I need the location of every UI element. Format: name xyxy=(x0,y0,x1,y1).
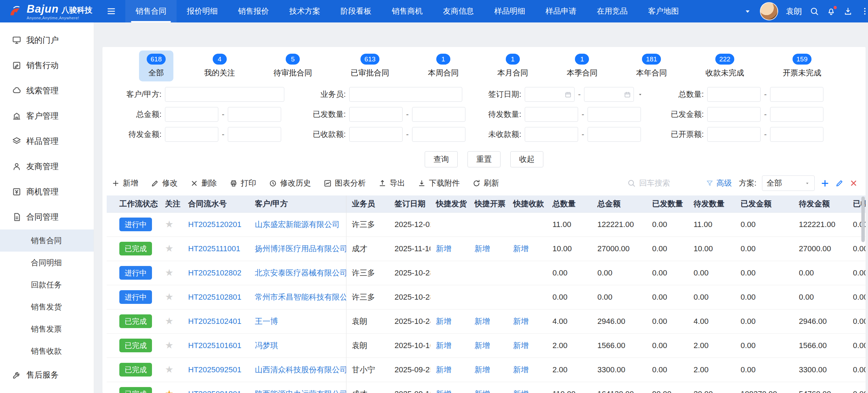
top-tab-销售合同[interactable]: 销售合同 xyxy=(125,0,177,22)
toolbar-button-打印[interactable]: 打印 xyxy=(230,178,256,188)
quick-add-link[interactable]: 新增 xyxy=(513,341,529,350)
user-name[interactable]: 袁朗 xyxy=(786,6,802,17)
close-plan-button[interactable] xyxy=(849,179,858,187)
table-row[interactable]: 已完成★HT2025091801陕西能源电力运营有限公司成才2025-09-18… xyxy=(107,382,866,393)
sidebar-item-样品管理[interactable]: 样品管理 xyxy=(0,128,94,154)
stat-本季合同[interactable]: 1本季合同 xyxy=(559,51,605,81)
toolbar-button-新增[interactable]: 新增 xyxy=(112,178,138,188)
customer-link[interactable]: 冯梦琪 xyxy=(255,341,278,350)
filter-input[interactable] xyxy=(228,127,281,142)
top-tab-销售商机[interactable]: 销售商机 xyxy=(382,0,433,22)
filter-input[interactable] xyxy=(412,127,465,142)
advanced-filter-button[interactable]: 高级 xyxy=(706,178,732,188)
table-row[interactable]: 进行中★HT2025102802北京安泰医疗器械有限公司许三多2025-10-2… xyxy=(107,261,866,285)
filter-input[interactable] xyxy=(349,107,403,122)
quick-add-link[interactable]: 新增 xyxy=(436,365,451,374)
stat-收款未完成[interactable]: 222收款未完成 xyxy=(698,51,752,81)
toolbar-button-刷新[interactable]: 刷新 xyxy=(472,178,499,188)
filter-input[interactable] xyxy=(770,127,823,142)
table-row[interactable]: 已完成★HT2025092501山西清众科技股份有限公司甘小宁2025-09-2… xyxy=(107,358,866,382)
stat-已审批合同[interactable]: 613已审批合同 xyxy=(343,51,397,81)
sidebar-subitem-回款任务[interactable]: 回款任务 xyxy=(0,274,94,296)
filter-input[interactable] xyxy=(525,107,578,122)
toolbar-button-导出[interactable]: 导出 xyxy=(378,178,405,188)
stat-待审批合同[interactable]: 5待审批合同 xyxy=(266,51,320,81)
filter-button-查询[interactable]: 查询 xyxy=(425,151,458,167)
table-row[interactable]: 进行中★HT2025120201山东盛宏新能源有限公司许三多2025-12-02… xyxy=(107,212,866,237)
filter-input[interactable] xyxy=(165,87,284,102)
quick-add-link[interactable]: 新增 xyxy=(475,365,490,374)
quick-add-link[interactable]: 新增 xyxy=(513,317,529,326)
toolbar-button-修改历史[interactable]: 修改历史 xyxy=(269,178,311,188)
bell-icon[interactable] xyxy=(827,7,836,16)
nav-overflow-caret-icon[interactable] xyxy=(743,7,752,16)
quick-add-link[interactable]: 新增 xyxy=(475,389,490,393)
filter-input[interactable] xyxy=(707,127,761,142)
sidebar-subitem-销售收款[interactable]: 销售收款 xyxy=(0,340,94,362)
top-tab-友商信息[interactable]: 友商信息 xyxy=(433,0,484,22)
star-icon[interactable]: ★ xyxy=(165,340,173,351)
customer-link[interactable]: 山东盛宏新能源有限公司 xyxy=(255,220,340,229)
quick-add-link[interactable]: 新增 xyxy=(475,341,490,350)
avatar[interactable] xyxy=(760,2,778,20)
quick-add-link[interactable]: 新增 xyxy=(436,341,451,350)
table-row[interactable]: 已完成★HT2025111001扬州博洋医疗用品有限公司成才2025-11-10… xyxy=(107,237,866,261)
star-icon[interactable]: ★ xyxy=(165,219,173,229)
top-tab-客户地图[interactable]: 客户地图 xyxy=(638,0,689,22)
toolbar-button-下载附件[interactable]: 下载附件 xyxy=(418,178,460,188)
contract-no-link[interactable]: HT2025101601 xyxy=(188,341,241,350)
filter-date-input[interactable] xyxy=(525,87,575,102)
filter-date-input[interactable] xyxy=(584,87,634,102)
filter-input[interactable] xyxy=(525,127,578,142)
stat-本年合同[interactable]: 181本年合同 xyxy=(628,51,675,81)
app-logo[interactable]: Bajun 八骏科技 Anyone,Anytime,Anywhere! xyxy=(7,3,92,20)
filter-input[interactable] xyxy=(770,87,823,102)
quick-add-link[interactable]: 新增 xyxy=(513,365,529,374)
star-icon[interactable]: ★ xyxy=(165,243,173,254)
sidebar-item-合同管理[interactable]: 合同管理 xyxy=(0,204,94,229)
filter-input[interactable] xyxy=(165,127,218,142)
filter-input[interactable] xyxy=(412,107,465,122)
quick-add-link[interactable]: 新增 xyxy=(436,244,451,253)
top-tab-销售报价[interactable]: 销售报价 xyxy=(228,0,279,22)
contract-no-link[interactable]: HT2025102802 xyxy=(188,268,241,277)
filter-input[interactable] xyxy=(165,107,218,122)
table-row[interactable]: 进行中★HT2025102801常州市禾昌智能科技有限公司许三多2025-10-… xyxy=(107,285,866,309)
star-icon[interactable]: ★ xyxy=(165,267,173,278)
quick-add-link[interactable]: 新增 xyxy=(436,389,451,393)
sidebar-item-线索管理[interactable]: 线索管理 xyxy=(0,78,94,103)
sidebar-subitem-销售发票[interactable]: 销售发票 xyxy=(0,318,94,340)
customer-link[interactable]: 扬州博洋医疗用品有限公司 xyxy=(255,244,346,253)
top-tab-样品明细[interactable]: 样品明细 xyxy=(484,0,535,22)
quick-add-link[interactable]: 新增 xyxy=(513,244,529,253)
customer-link[interactable]: 山西清众科技股份有限公司 xyxy=(255,365,346,374)
toolbar-button-删除[interactable]: 删除 xyxy=(190,178,217,188)
add-plan-button[interactable] xyxy=(820,179,830,188)
stat-本月合同[interactable]: 1本月合同 xyxy=(490,51,536,81)
sidebar-item-商机管理[interactable]: 商机管理 xyxy=(0,179,94,204)
sidebar-item-客户管理[interactable]: 客户管理 xyxy=(0,103,94,128)
toolbar-button-修改[interactable]: 修改 xyxy=(151,178,178,188)
filter-input[interactable] xyxy=(707,87,761,102)
contract-no-link[interactable]: HT2025091801 xyxy=(188,389,241,393)
top-tab-技术方案[interactable]: 技术方案 xyxy=(279,0,330,22)
filter-input[interactable] xyxy=(588,107,641,122)
search-icon[interactable] xyxy=(810,7,819,16)
filter-input[interactable] xyxy=(588,127,641,142)
quick-add-link[interactable]: 新增 xyxy=(475,317,490,326)
customer-link[interactable]: 陕西能源电力运营有限公司 xyxy=(255,389,346,393)
customer-link[interactable]: 王一博 xyxy=(255,317,278,326)
stat-我的关注[interactable]: 4我的关注 xyxy=(197,51,243,81)
top-tab-阶段看板[interactable]: 阶段看板 xyxy=(330,0,382,22)
menu-toggle-icon[interactable] xyxy=(106,6,116,16)
edit-plan-button[interactable] xyxy=(835,179,844,187)
stat-全部[interactable]: 618全部 xyxy=(139,51,173,81)
download-icon[interactable] xyxy=(843,7,853,16)
customer-link[interactable]: 北京安泰医疗器械有限公司 xyxy=(255,268,346,277)
filter-input[interactable] xyxy=(349,127,403,142)
sidebar-item-售后服务[interactable]: 售后服务 xyxy=(0,362,94,387)
plan-select[interactable]: 全部 xyxy=(762,175,815,191)
star-icon[interactable]: ★ xyxy=(165,364,173,375)
toolbar-button-图表分析[interactable]: 图表分析 xyxy=(324,178,366,188)
top-tab-报价明细[interactable]: 报价明细 xyxy=(177,0,228,22)
